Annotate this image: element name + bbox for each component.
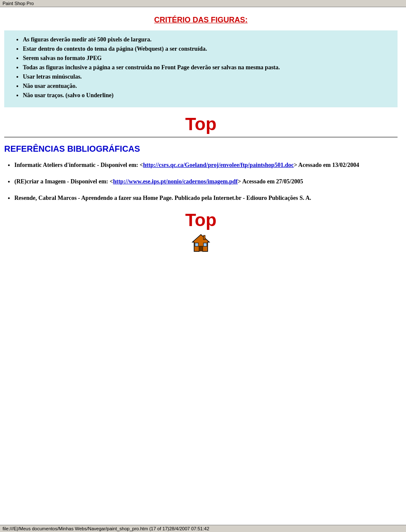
ref-text-2: Resende, Cabral Marcos - Aprendendo a fa… <box>14 195 311 201</box>
list-item: Serem salvas no formato JPEG <box>23 55 389 62</box>
list-item: Todas as figuras inclusive a página a se… <box>23 64 389 71</box>
ref-before-1: (RE)criar a Imagem - Disponível em: < <box>14 178 113 185</box>
home-link[interactable] <box>191 248 211 254</box>
refs-list: Informatic Ateliers d'informatic - Dispo… <box>14 161 398 202</box>
top-text-1: Top <box>185 114 217 134</box>
top-anchor-2[interactable]: Top <box>185 221 217 227</box>
main-content: CRITÉRIO DAS FIGURAS: As figuras deverão… <box>0 7 406 261</box>
list-item: Não usar traços. (salvo o Underline) <box>23 92 389 99</box>
list-item: Informatic Ateliers d'informatic - Dispo… <box>14 161 398 169</box>
ref-link-1[interactable]: http://www.ese.ips.pt/nonio/cadernos/ima… <box>113 178 238 185</box>
list-item: Usar letras minúsculas. <box>23 74 389 80</box>
ref-link-0[interactable]: http://csrs.qc.ca/Goeland/proj/envolee/f… <box>143 162 294 168</box>
title-bar-label: Paint Shop Pro <box>3 1 34 6</box>
svg-rect-4 <box>203 235 205 240</box>
ref-after-1: > Acessado em 27/05/2005 <box>238 178 303 185</box>
refs-heading: REFERÊNCIAS BIBLIOGRÁFICAS <box>4 144 398 154</box>
svg-rect-1 <box>199 246 203 251</box>
top-text-2: Top <box>185 210 217 230</box>
list-item: Estar dentro do contexto do tema da pági… <box>23 46 389 52</box>
home-icon-container[interactable] <box>4 233 398 257</box>
home-icon <box>191 233 211 257</box>
svg-rect-3 <box>203 243 207 246</box>
ref-after-0: > Acessado em 13/02/2004 <box>294 162 359 168</box>
list-item: (RE)criar a Imagem - Disponível em: <htt… <box>14 177 398 186</box>
top-anchor-1[interactable]: Top <box>185 125 217 131</box>
ref-before-0: Informatic Ateliers d'informatic - Dispo… <box>14 162 143 168</box>
top-link-2[interactable]: Top <box>4 210 398 230</box>
list-item: Resende, Cabral Marcos - Aprendendo a fa… <box>14 194 398 202</box>
title-bar: Paint Shop Pro <box>0 0 406 7</box>
list-item: Não usar acentuação. <box>23 83 389 90</box>
criteria-box: As figuras deverão medir até 500 pixels … <box>4 30 398 107</box>
list-item: As figuras deverão medir até 500 pixels … <box>23 36 389 43</box>
top-link-1[interactable]: Top <box>4 114 398 134</box>
criteria-list: As figuras deverão medir até 500 pixels … <box>23 36 389 99</box>
svg-rect-2 <box>195 243 198 246</box>
horizontal-rule-1 <box>4 137 398 137</box>
criteria-heading: CRITÉRIO DAS FIGURAS: <box>4 16 398 25</box>
